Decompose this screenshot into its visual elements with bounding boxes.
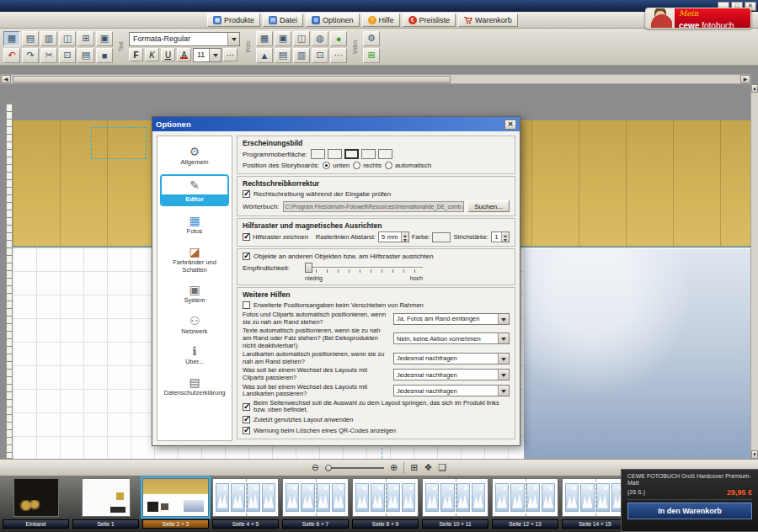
- thumbnail-image[interactable]: [282, 478, 349, 517]
- search-dictionary-button[interactable]: Suchen...: [467, 200, 510, 212]
- thumbnail-image[interactable]: [492, 478, 558, 517]
- italic-button[interactable]: K: [145, 48, 159, 61]
- stepper-arrows[interactable]: [501, 232, 509, 242]
- columns-view-icon[interactable]: [40, 31, 57, 46]
- scroll-right-icon[interactable]: ▶: [740, 75, 750, 83]
- layout-maps-dropdown[interactable]: Jedesmal nachfragen: [393, 385, 510, 396]
- storyboard-radio-rechts[interactable]: rechts: [353, 162, 382, 169]
- grid-color-swatch[interactable]: [432, 232, 451, 242]
- sky-photo[interactable]: [524, 249, 750, 459]
- thumbnail-einband[interactable]: Einband: [3, 478, 69, 532]
- add-to-cart-button[interactable]: In den Warenkorb: [627, 503, 752, 519]
- add-video-icon[interactable]: [363, 48, 380, 63]
- paste-icon[interactable]: [77, 48, 94, 63]
- zoom-slider-handle[interactable]: [325, 465, 332, 471]
- menu-datei[interactable]: ▤ Datei: [263, 13, 303, 27]
- align-icon[interactable]: [312, 48, 328, 63]
- thumbnail-seite-2-3[interactable]: Seite 2 + 3: [142, 478, 209, 532]
- scroll-up-icon[interactable]: ▲: [751, 84, 758, 93]
- draw-grid-checkbox[interactable]: [243, 233, 250, 241]
- more-text-options-button[interactable]: ⋯: [223, 48, 238, 61]
- add-page-icon[interactable]: [77, 31, 94, 46]
- theme-swatch-gray[interactable]: [344, 149, 359, 159]
- thumbnail-image[interactable]: [13, 478, 59, 517]
- pages-view-icon[interactable]: [22, 31, 39, 46]
- delete-icon[interactable]: [96, 48, 113, 63]
- dictionary-path-field[interactable]: C:\Program Files\dm\dm-Fotowelt\Resource…: [283, 201, 465, 212]
- border-icon[interactable]: [275, 48, 291, 63]
- copy-icon[interactable]: [59, 48, 76, 63]
- redo-icon[interactable]: [22, 48, 39, 63]
- qr-warning-checkbox[interactable]: [243, 427, 250, 434]
- scroll-left-icon[interactable]: ◀: [1, 75, 11, 83]
- fit-page-icon[interactable]: ⊞: [410, 463, 418, 472]
- zoom-in-icon[interactable]: ⊕: [390, 463, 398, 472]
- thumbnail-seite-8-9[interactable]: Seite 8 + 9: [352, 478, 419, 532]
- stroke-width-stepper[interactable]: 1: [491, 231, 509, 242]
- split-view-icon[interactable]: [59, 31, 76, 46]
- sidebar-item-allgemein[interactable]: Allgemein: [160, 143, 229, 168]
- text-color-button[interactable]: A: [177, 48, 191, 61]
- insert-photo-icon[interactable]: [256, 31, 273, 46]
- thumbnail-seite-4-5[interactable]: Seite 4 + 5: [212, 478, 279, 532]
- dialog-titlebar[interactable]: Optionen ✕: [152, 117, 520, 131]
- storyboard-radio-unten[interactable]: unten: [323, 162, 350, 169]
- horizontal-scroll-thumb[interactable]: [13, 76, 451, 83]
- thumbnail-seite-6-7[interactable]: Seite 6 + 7: [282, 478, 349, 532]
- sidebar-item-fotos[interactable]: Fotos: [160, 212, 229, 237]
- theme-swatch-white[interactable]: [378, 149, 392, 159]
- spellcheck-checkbox[interactable]: [243, 190, 250, 198]
- frame-tool-icon[interactable]: [96, 31, 113, 46]
- snap-objects-checkbox[interactable]: [243, 253, 250, 260]
- sidebar-item-ueber[interactable]: Über...: [160, 343, 229, 368]
- menu-optionen[interactable]: ⚙ Optionen: [306, 13, 360, 27]
- effects-icon[interactable]: [312, 31, 328, 46]
- menu-warenkorb[interactable]: Warenkorb: [458, 13, 518, 27]
- photos-position-dropdown[interactable]: Ja, Fotos am Rand einfangen: [393, 313, 510, 325]
- theme-swatch-black[interactable]: [311, 149, 325, 159]
- thumbnail-image[interactable]: [562, 478, 628, 517]
- bold-button[interactable]: F: [129, 48, 143, 61]
- maps-position-dropdown[interactable]: Jedesmal nachfragen: [393, 353, 510, 364]
- last-layout-checkbox[interactable]: [243, 416, 250, 423]
- page-preview-icon[interactable]: ❏: [438, 463, 446, 472]
- layout-cliparts-dropdown[interactable]: Jedesmal nachfragen: [393, 369, 510, 380]
- thumbnail-seite-10-11[interactable]: Seite 10 + 11: [422, 478, 488, 532]
- thumbnail-image[interactable]: [212, 478, 279, 517]
- menu-produkte[interactable]: ▦ Produkte: [207, 13, 260, 27]
- crop-icon[interactable]: [293, 31, 310, 46]
- sidebar-item-netzwerk[interactable]: Netzwerk: [160, 312, 229, 338]
- autofix-icon[interactable]: [330, 31, 347, 46]
- sidebar-item-datenschutz[interactable]: Datenschutzerklärung: [160, 374, 229, 399]
- slider-handle[interactable]: [305, 263, 312, 273]
- undo-icon[interactable]: [3, 48, 20, 63]
- underline-button[interactable]: U: [161, 48, 175, 61]
- storyboard-radio-automatisch[interactable]: automatisch: [385, 162, 431, 169]
- zoom-slider[interactable]: [325, 464, 384, 472]
- fullscreen-icon[interactable]: ❖: [424, 463, 432, 472]
- thumbnail-image[interactable]: [352, 478, 419, 517]
- sidebar-item-farbraender[interactable]: Farbränder und Schatten: [160, 243, 229, 275]
- sidebar-item-editor[interactable]: Editor: [160, 174, 229, 207]
- theme-swatch-lightgray[interactable]: [361, 149, 376, 159]
- text-position-dropdown[interactable]: Nein, keine Aktion vornehmen: [393, 332, 510, 344]
- vertical-scrollbar[interactable]: ▲ ▼: [750, 84, 758, 459]
- thumbnail-image[interactable]: [82, 478, 131, 517]
- shadow-tool-icon[interactable]: [293, 48, 310, 63]
- theme-swatch-darkgray[interactable]: [328, 149, 342, 159]
- pointer-tool-icon[interactable]: [3, 31, 20, 46]
- menu-preisliste[interactable]: € Preisliste: [403, 13, 456, 27]
- stepper-arrows[interactable]: [401, 232, 408, 242]
- sidebar-item-system[interactable]: System: [160, 281, 229, 306]
- sensitivity-slider[interactable]: [305, 263, 423, 274]
- thumbnail-image[interactable]: [422, 478, 488, 517]
- extended-position-checkbox[interactable]: [243, 301, 250, 309]
- dialog-close-button[interactable]: ✕: [504, 120, 516, 130]
- grid-spacing-stepper[interactable]: 5 mm: [378, 231, 409, 242]
- cut-icon[interactable]: [40, 48, 57, 63]
- scroll-down-icon[interactable]: ▼: [751, 450, 758, 459]
- photo-frame-icon[interactable]: [275, 31, 291, 46]
- thumbnail-seite-14-15[interactable]: Seite 14 + 15: [562, 478, 628, 532]
- page-change-checkbox[interactable]: [243, 403, 250, 411]
- more-photo-options-icon[interactable]: [330, 48, 347, 63]
